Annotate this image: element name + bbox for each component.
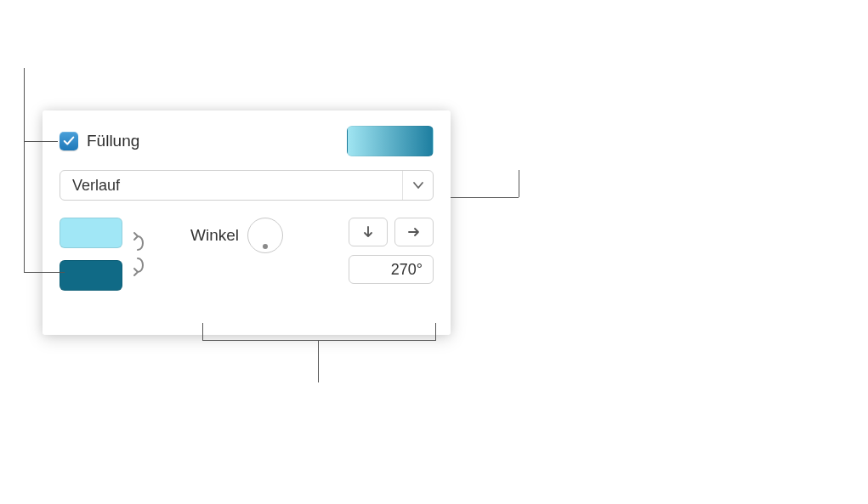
gradient-vertical-button[interactable] bbox=[349, 218, 388, 246]
dropdown-arrow-box bbox=[402, 171, 433, 200]
color-stops-group bbox=[60, 218, 146, 291]
fill-gradient-controls: Winkel 270° bbox=[60, 218, 434, 291]
angle-input[interactable]: 270° bbox=[349, 255, 434, 284]
angle-group: Winkel bbox=[190, 218, 283, 253]
callout-line bbox=[435, 323, 436, 340]
angle-label: Winkel bbox=[190, 226, 239, 245]
gradient-color-2[interactable] bbox=[60, 260, 122, 291]
fill-type-dropdown[interactable]: Verlauf bbox=[60, 170, 434, 201]
callout-line bbox=[519, 170, 519, 197]
callout-line bbox=[318, 340, 319, 382]
callout-line bbox=[202, 340, 436, 341]
fill-type-value: Verlauf bbox=[72, 177, 120, 195]
fill-header-row: Füllung bbox=[60, 126, 434, 156]
chevron-down-icon bbox=[412, 181, 424, 190]
callout-line bbox=[202, 323, 203, 340]
angle-dial-marker bbox=[263, 244, 268, 249]
swap-colors-button[interactable] bbox=[129, 231, 146, 277]
direction-buttons bbox=[349, 218, 434, 246]
fill-panel: Füllung Verlauf bbox=[43, 110, 451, 335]
swap-arrows-icon bbox=[129, 231, 146, 277]
arrow-down-icon bbox=[361, 225, 375, 239]
angle-dial[interactable] bbox=[247, 218, 283, 253]
arrow-right-icon bbox=[407, 225, 421, 239]
callout-line bbox=[24, 141, 58, 142]
gradient-color-1[interactable] bbox=[60, 218, 122, 248]
checkmark-icon bbox=[63, 135, 75, 147]
callout-line bbox=[24, 272, 65, 273]
fill-preview-swatch[interactable] bbox=[347, 126, 434, 156]
angle-value: 270° bbox=[391, 261, 423, 279]
callout-line bbox=[24, 68, 25, 272]
fill-checkbox-label: Füllung bbox=[87, 132, 139, 150]
right-controls-column: 270° bbox=[349, 218, 434, 284]
callout-line bbox=[451, 197, 519, 198]
color-stops-column bbox=[60, 218, 122, 291]
gradient-horizontal-button[interactable] bbox=[394, 218, 434, 246]
fill-checkbox[interactable] bbox=[60, 132, 78, 150]
fill-checkbox-group: Füllung bbox=[60, 132, 139, 150]
